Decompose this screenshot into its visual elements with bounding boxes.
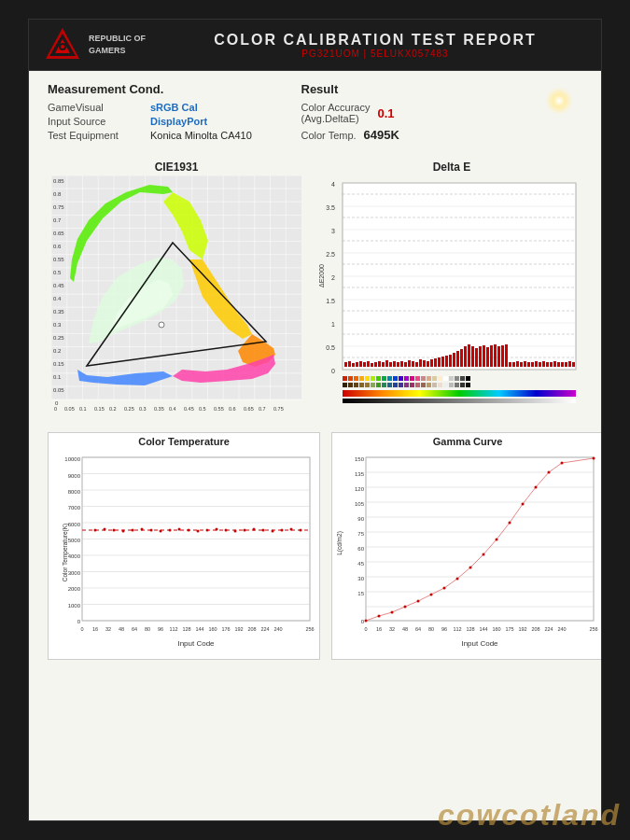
svg-text:112: 112: [169, 626, 177, 632]
svg-text:160: 160: [492, 626, 500, 632]
svg-rect-151: [486, 347, 489, 367]
svg-text:105: 105: [355, 501, 365, 507]
svg-rect-202: [365, 383, 370, 387]
top-charts-row: CIE1931: [48, 157, 582, 423]
input-source-value: DisplayPort: [150, 116, 207, 127]
svg-rect-169: [553, 361, 556, 367]
svg-rect-133: [419, 359, 422, 367]
svg-rect-132: [415, 362, 418, 367]
svg-text:128: 128: [182, 626, 190, 632]
svg-rect-152: [490, 345, 493, 367]
svg-text:ΔE2000: ΔE2000: [318, 264, 325, 287]
svg-text:15: 15: [357, 591, 364, 596]
svg-text:144: 144: [479, 626, 487, 632]
svg-text:0.6: 0.6: [53, 244, 62, 249]
svg-text:2.5: 2.5: [326, 251, 335, 258]
svg-text:0: 0: [331, 368, 335, 374]
svg-text:240: 240: [273, 626, 282, 632]
svg-point-260: [206, 529, 209, 532]
svg-text:112: 112: [453, 626, 461, 632]
svg-rect-213: [427, 383, 431, 387]
svg-text:240: 240: [557, 626, 566, 632]
svg-rect-147: [471, 346, 474, 367]
svg-point-268: [281, 529, 284, 532]
svg-text:0: 0: [77, 619, 81, 624]
color-temp-value: 6495K: [364, 128, 399, 142]
svg-rect-159: [516, 361, 519, 367]
svg-text:0.6: 0.6: [229, 406, 236, 411]
svg-point-264: [244, 529, 246, 532]
svg-text:0.3: 0.3: [139, 406, 147, 411]
svg-rect-192: [438, 376, 442, 381]
svg-text:0.45: 0.45: [184, 406, 194, 411]
svg-text:192: 192: [234, 626, 243, 632]
svg-rect-176: [348, 376, 353, 381]
rog-icon: [44, 26, 81, 63]
svg-text:0.25: 0.25: [124, 406, 134, 411]
svg-rect-181: [376, 376, 381, 381]
svg-rect-187: [410, 376, 414, 381]
svg-text:256: 256: [305, 626, 314, 632]
svg-point-50: [159, 322, 164, 328]
svg-rect-221: [343, 390, 576, 397]
svg-rect-217: [449, 383, 454, 387]
svg-text:5000: 5000: [68, 538, 81, 543]
svg-rect-154: [497, 346, 500, 367]
svg-point-251: [122, 530, 125, 533]
deltae-svg: ΔE2000: [316, 175, 587, 441]
lens-flare-decoration: [536, 82, 582, 144]
cie-chart-title: CIE1931: [48, 157, 305, 175]
svg-rect-215: [438, 383, 442, 387]
input-source-label: Input Source: [48, 116, 150, 127]
svg-point-265: [253, 528, 256, 531]
svg-point-266: [262, 529, 265, 532]
svg-rect-220: [466, 383, 470, 387]
svg-rect-143: [456, 351, 459, 367]
svg-text:0.2: 0.2: [53, 348, 62, 354]
svg-rect-183: [387, 376, 392, 381]
svg-rect-116: [356, 362, 358, 367]
svg-rect-180: [371, 376, 375, 381]
svg-text:0.2: 0.2: [109, 406, 117, 411]
svg-rect-203: [371, 383, 375, 387]
svg-text:1.5: 1.5: [326, 298, 335, 304]
svg-text:0.3: 0.3: [53, 322, 62, 328]
svg-text:80: 80: [145, 626, 150, 632]
svg-point-259: [197, 530, 200, 533]
svg-text:0.15: 0.15: [94, 406, 105, 411]
svg-rect-175: [343, 376, 347, 381]
svg-rect-166: [542, 361, 545, 367]
rog-logo: REPUBLIC OF GAMERS: [44, 26, 146, 63]
svg-point-249: [104, 528, 106, 531]
svg-text:9000: 9000: [68, 473, 81, 479]
svg-rect-200: [354, 383, 358, 387]
svg-text:0.5: 0.5: [199, 406, 206, 411]
svg-rect-157: [509, 362, 511, 367]
svg-text:32: 32: [389, 626, 395, 632]
svg-rect-290: [366, 457, 594, 621]
svg-rect-173: [568, 361, 571, 367]
svg-text:16: 16: [376, 626, 382, 632]
svg-rect-123: [382, 362, 385, 367]
svg-text:224: 224: [260, 626, 269, 632]
svg-rect-150: [483, 345, 485, 367]
svg-rect-186: [404, 376, 409, 381]
svg-rect-128: [400, 361, 403, 367]
svg-rect-121: [374, 362, 377, 367]
accuracy-value: 0.1: [377, 106, 394, 120]
svg-text:0.55: 0.55: [53, 257, 64, 262]
svg-text:150: 150: [355, 456, 365, 462]
svg-rect-177: [354, 376, 358, 381]
svg-point-258: [188, 529, 190, 532]
svg-rect-161: [524, 361, 526, 367]
svg-rect-182: [382, 376, 386, 381]
svg-text:0: 0: [54, 406, 57, 411]
svg-text:96: 96: [441, 626, 447, 632]
svg-text:0.65: 0.65: [53, 231, 64, 236]
svg-point-262: [225, 529, 228, 532]
svg-rect-115: [352, 363, 355, 367]
svg-text:0.4: 0.4: [53, 296, 62, 301]
deltae-chart-container: Delta E ΔE2000: [316, 157, 587, 423]
svg-rect-145: [464, 346, 467, 367]
svg-rect-191: [432, 376, 437, 381]
